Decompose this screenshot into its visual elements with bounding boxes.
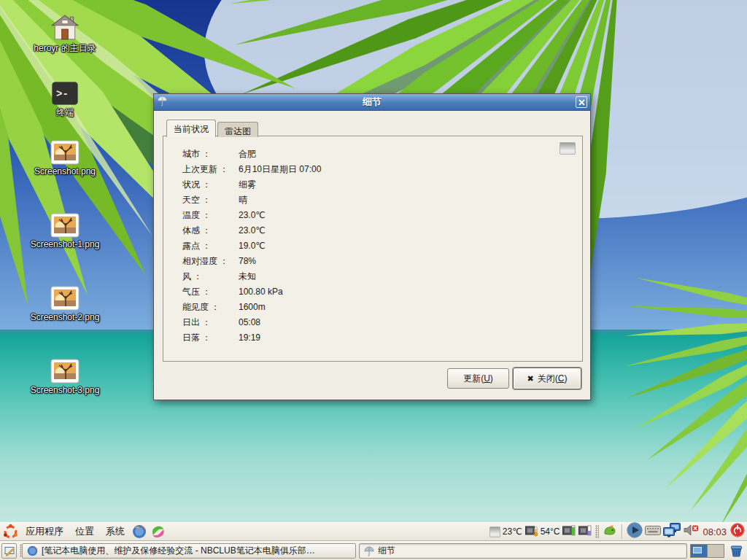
- field-value: 1600m: [239, 302, 266, 312]
- dialog-title: 细节: [154, 96, 590, 109]
- field-row-pressure: 气压 ：100.80 kPa: [182, 286, 321, 301]
- desktop-icon-screenshot-3[interactable]: Screenshot-3.png: [20, 354, 109, 395]
- firefox-icon[interactable]: [132, 524, 147, 539]
- volume-muted-icon[interactable]: [684, 524, 699, 540]
- missing-image-icon: [489, 526, 500, 537]
- clock[interactable]: 08:03: [703, 526, 727, 537]
- field-row-visibility: 能见度 ：1600m: [182, 301, 321, 316]
- sensors-applet-icon[interactable]: [603, 524, 617, 540]
- desktop-icon-terminal[interactable]: >- 终端: [20, 76, 109, 119]
- desktop-icon-screenshot[interactable]: Screenshot.png: [20, 136, 109, 176]
- field-value: 19.0℃: [239, 241, 266, 251]
- power-button-icon[interactable]: [730, 523, 745, 540]
- desktop-icon-label: Screenshot-2.png: [20, 312, 109, 322]
- field-value: 78%: [239, 256, 256, 266]
- image-file-icon: [20, 354, 109, 384]
- weather-image-placeholder-icon: [560, 142, 576, 155]
- field-row-dew-point: 露点 ：19.0℃: [182, 240, 321, 255]
- field-label: 相对湿度 ：: [182, 255, 239, 268]
- show-desktop-button[interactable]: [1, 543, 17, 559]
- firefox-icon: [27, 545, 38, 556]
- field-value: 23.0℃: [239, 210, 266, 220]
- swirl-launcher-icon[interactable]: [150, 524, 166, 540]
- window-title: [笔记本电脑使用、维护及保修经验交流 - NBCLUB笔记本电脑俱乐部…: [42, 545, 315, 557]
- desktop-icon-screenshot-1[interactable]: Screenshot-1.png: [20, 209, 109, 249]
- close-button[interactable]: ✖ 关闭(C): [513, 368, 581, 389]
- dialog-tabs: 当前状况 雷达图: [166, 119, 260, 136]
- cpu-load-green-icon[interactable]: [562, 524, 576, 540]
- field-value: 细雾: [239, 179, 256, 191]
- workspace-1[interactable]: [691, 545, 707, 557]
- workspace-switcher[interactable]: [690, 544, 724, 558]
- weather-fields: 城市 ：合肥 上次更新 ：6月10日星期日 07:00 状况 ：细雾 天空 ：晴…: [182, 148, 321, 347]
- close-x-icon: ✖: [527, 374, 534, 384]
- taskbar-window-firefox[interactable]: [笔记本电脑使用、维护及保修经验交流 - NBCLUB笔记本电脑俱乐部…: [22, 543, 356, 559]
- desktop-icon-home[interactable]: heroyr 的主目录: [20, 12, 109, 55]
- menu-places[interactable]: 位置: [69, 523, 100, 540]
- field-value: 19:19: [239, 332, 260, 343]
- field-row-feels-like: 体感 ：23.0℃: [182, 225, 321, 240]
- menu-system[interactable]: 系统: [100, 523, 131, 540]
- field-label: 气压 ：: [182, 286, 239, 298]
- field-row-condition: 状况 ：细雾: [182, 179, 321, 194]
- field-label: 温度 ：: [182, 209, 239, 222]
- cpu-load-purple-icon[interactable]: [578, 524, 592, 540]
- field-row-sunrise: 日出 ：05:08: [182, 316, 321, 332]
- field-row-sunset: 日落 ：19:19: [182, 332, 321, 347]
- field-label: 城市 ：: [182, 148, 239, 160]
- field-label: 能见度 ：: [182, 301, 239, 314]
- close-icon[interactable]: [576, 96, 587, 108]
- window-title: 细节: [378, 545, 395, 557]
- field-label: 状况 ：: [182, 179, 239, 191]
- desktop-icon-label: heroyr 的主目录: [20, 42, 109, 55]
- field-row-sky: 天空 ：晴: [182, 194, 321, 209]
- workspace-2[interactable]: [707, 545, 724, 557]
- current-conditions-page: 城市 ：合肥 上次更新 ：6月10日星期日 07:00 状况 ：细雾 天空 ：晴…: [163, 136, 583, 362]
- menu-applications[interactable]: 应用程序: [20, 523, 69, 540]
- field-row-last-update: 上次更新 ：6月10日星期日 07:00: [182, 163, 321, 179]
- sensor-temp-label: 54°C: [541, 526, 560, 537]
- ubuntu-logo-icon[interactable]: [3, 524, 18, 540]
- system-tray: 23℃ 54°C: [489, 523, 746, 540]
- tray-separator: [622, 524, 622, 539]
- keyboard-icon[interactable]: [645, 525, 661, 539]
- field-row-city: 城市 ：合肥: [182, 148, 321, 163]
- window-list-taskbar: [笔记本电脑使用、维护及保修经验交流 - NBCLUB笔记本电脑俱乐部… 细节: [0, 540, 747, 560]
- desktop-icon-label: Screenshot-1.png: [20, 239, 109, 249]
- taskbar-window-details[interactable]: 细节: [359, 543, 687, 559]
- field-value: 05:08: [239, 317, 260, 327]
- tab-radar-map[interactable]: 雷达图: [217, 122, 258, 137]
- dialog-titlebar[interactable]: 细节: [154, 94, 590, 111]
- field-value: 23.0℃: [239, 225, 266, 236]
- svg-text:>-: >-: [56, 88, 69, 100]
- gnome-menu-panel: 应用程序 位置 系统 23℃: [0, 522, 747, 540]
- media-player-icon[interactable]: [627, 522, 643, 541]
- terminal-icon: >-: [20, 76, 109, 105]
- field-label: 体感 ：: [182, 225, 239, 237]
- image-file-icon: [20, 209, 109, 238]
- field-value: 100.80 kPa: [239, 287, 283, 297]
- trash-icon[interactable]: [729, 544, 743, 560]
- home-folder-icon: [20, 12, 109, 41]
- field-value: 6月10日星期日 07:00: [239, 163, 321, 176]
- field-label: 天空 ：: [182, 194, 239, 206]
- network-computers-icon[interactable]: [663, 523, 681, 540]
- field-label: 上次更新 ：: [182, 163, 239, 176]
- image-file-icon: [20, 281, 109, 311]
- field-label: 日出 ：: [182, 316, 239, 329]
- applet-handle[interactable]: [595, 525, 599, 538]
- desktop-icon-label: Screenshot-3.png: [20, 385, 109, 395]
- desktop-icon-label: 终端: [20, 106, 109, 119]
- field-label: 风 ：: [182, 271, 239, 283]
- weather-details-dialog: 细节 当前状况 雷达图 城市 ：合肥 上次更新 ：6月10日星期日 07:00 …: [153, 93, 591, 400]
- desktop-icon-screenshot-2[interactable]: Screenshot-2.png: [20, 281, 109, 322]
- tab-current-conditions[interactable]: 当前状况: [166, 120, 216, 137]
- cpu-thermometer-icon[interactable]: [525, 524, 538, 540]
- desktop-screen: heroyr 的主目录 >- 终端 Screenshot.png: [0, 0, 747, 560]
- umbrella-icon: [364, 546, 374, 556]
- field-row-wind: 风 ：未知: [182, 271, 321, 286]
- field-value: 合肥: [239, 148, 256, 160]
- field-row-humidity: 相对湿度 ：78%: [182, 255, 321, 271]
- update-button[interactable]: 更新(U): [447, 368, 509, 389]
- field-label: 露点 ：: [182, 240, 239, 252]
